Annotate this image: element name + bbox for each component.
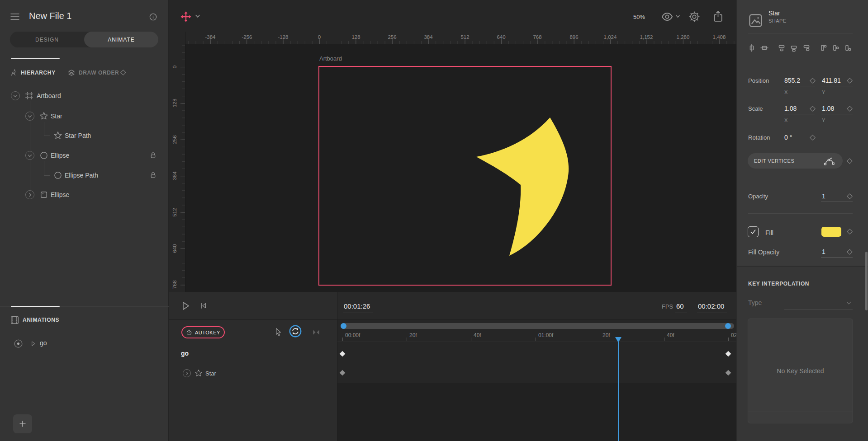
record-icon[interactable] (14, 339, 23, 348)
chevron-down-icon[interactable] (676, 15, 680, 18)
tree-row-ellipse-path[interactable]: Ellipse Path (0, 168, 169, 183)
fps-label: FPS (662, 303, 673, 310)
position-x-value[interactable]: 855.2 (784, 77, 800, 84)
underline (697, 313, 727, 313)
fill-color-swatch[interactable] (821, 227, 841, 237)
edit-vertices-label: EDIT VERTICES (754, 158, 823, 164)
keyframe-diamond-icon[interactable] (810, 106, 816, 112)
loop-toggle-icon[interactable] (289, 325, 302, 338)
play-button[interactable] (180, 300, 191, 312)
align-left-icon[interactable] (819, 44, 827, 52)
align-middle-icon[interactable] (790, 44, 798, 52)
keyframe-diamond-icon[interactable] (810, 135, 816, 141)
range-end-handle[interactable] (725, 323, 731, 329)
move-tool-icon[interactable] (180, 10, 192, 23)
autokey-toggle[interactable]: AUTOKEY (181, 326, 225, 338)
menu-icon[interactable] (10, 13, 20, 21)
ruler-tick-label: 768 (533, 34, 541, 40)
chevron-down-icon[interactable] (11, 91, 20, 100)
timeline-track-star[interactable]: Star (169, 364, 337, 383)
rotation-value[interactable]: 0 ° (784, 134, 792, 141)
keyframe-diamond-icon[interactable] (847, 106, 853, 112)
scale-y-value[interactable]: 1.08 (822, 105, 834, 112)
lock-icon[interactable] (149, 171, 157, 179)
chevron-right-icon[interactable] (183, 369, 191, 377)
lock-icon[interactable] (149, 151, 157, 159)
align-top-icon[interactable] (778, 44, 786, 52)
scale-x-value[interactable]: 1.08 (784, 105, 797, 112)
keyframe-diamond-icon[interactable] (847, 193, 853, 199)
artboard-label[interactable]: Artboard (319, 55, 342, 62)
keyframe-diamond-icon[interactable] (847, 158, 853, 164)
timeline-column-divider[interactable] (337, 292, 337, 441)
keyframe-diamond-icon[interactable] (847, 249, 853, 255)
tree-row-ellipse[interactable]: Ellipse (0, 148, 169, 163)
diamond-icon[interactable] (120, 70, 126, 75)
keyframe-diamond-icon[interactable] (726, 351, 731, 357)
skip-to-start-button[interactable] (199, 302, 207, 310)
tab-animate[interactable]: ANIMATE (84, 32, 158, 47)
panel-divider-grip[interactable] (11, 306, 60, 307)
share-icon[interactable] (712, 10, 724, 23)
zoom-level[interactable]: 50% (633, 14, 645, 20)
canvas-viewport[interactable]: Artboard (185, 44, 736, 292)
fit-keys-icon[interactable] (312, 329, 320, 336)
chevron-down-icon[interactable] (195, 14, 200, 18)
tree-row-artboard[interactable]: Artboard (0, 88, 169, 103)
frame-tick (342, 338, 343, 341)
tree-row-ellipse-2[interactable]: Ellipse (0, 187, 169, 202)
position-y-value[interactable]: 411.81 (822, 77, 841, 84)
duration[interactable]: 00:02:00 (698, 302, 724, 310)
animation-item-go[interactable]: go (0, 337, 169, 351)
opacity-value[interactable]: 1 (822, 192, 825, 200)
keyframe-diamond-icon[interactable] (847, 78, 853, 84)
panel-divider-grip[interactable] (11, 58, 60, 59)
keyframe-diamond-icon[interactable] (726, 370, 731, 376)
range-start-handle[interactable] (341, 323, 346, 329)
fill-checkbox[interactable] (748, 226, 759, 237)
gear-icon[interactable] (688, 11, 700, 23)
keyframe-diamond-icon[interactable] (810, 78, 816, 84)
inspector-scrollbar[interactable] (865, 252, 868, 310)
animation-label: go (40, 339, 47, 347)
add-button[interactable] (13, 414, 32, 433)
tree-row-star[interactable]: Star (0, 108, 169, 124)
timeline-group-label[interactable]: go (181, 350, 189, 357)
frame-tick (664, 338, 664, 341)
chevron-down-icon[interactable] (25, 151, 34, 160)
animations-header[interactable]: ANIMATIONS (23, 317, 59, 323)
hierarchy-header[interactable]: HIERARCHY (21, 70, 56, 76)
chevron-down-icon[interactable] (25, 112, 34, 121)
star-shape[interactable] (319, 67, 611, 285)
ruler-tick-label: 768 (172, 280, 177, 289)
cursor-icon[interactable] (274, 328, 283, 337)
current-time[interactable]: 00:01:26 (344, 302, 370, 310)
align-h-center-icon[interactable] (748, 44, 756, 52)
fill-opacity-value[interactable]: 1 (822, 248, 825, 255)
keyframe-diamond-icon[interactable] (847, 229, 853, 235)
chevron-right-icon[interactable] (25, 190, 34, 199)
align-right-icon[interactable] (844, 44, 852, 52)
align-center-icon[interactable] (831, 44, 840, 52)
keyframe-diamond-icon[interactable] (340, 370, 346, 376)
align-v-center-icon[interactable] (760, 44, 768, 52)
tree-row-star-path[interactable]: Star Path (0, 128, 169, 143)
artboard[interactable] (318, 66, 612, 286)
eye-icon[interactable] (661, 12, 674, 21)
edit-vertices-button[interactable]: EDIT VERTICES (748, 153, 843, 169)
ruler-tick-label: -128 (278, 34, 288, 40)
keyframe-diamond-icon[interactable] (340, 351, 346, 357)
draw-order-header[interactable]: DRAW ORDER (79, 70, 119, 76)
timeline-empty-area[interactable] (337, 383, 736, 441)
ruler-tick-label: 1,152 (640, 34, 653, 40)
scale-label: Scale (748, 105, 763, 112)
tab-design[interactable]: DESIGN (10, 32, 84, 47)
play-icon[interactable] (30, 340, 37, 347)
timeline-range-bar[interactable] (341, 323, 734, 329)
align-bottom-icon[interactable] (802, 44, 811, 52)
fps-value[interactable]: 60 (676, 302, 684, 310)
ruler-tick-label: -384 (205, 34, 215, 40)
star-shape-path[interactable] (476, 117, 569, 256)
info-icon[interactable] (149, 13, 157, 21)
playhead-line[interactable] (618, 342, 619, 441)
